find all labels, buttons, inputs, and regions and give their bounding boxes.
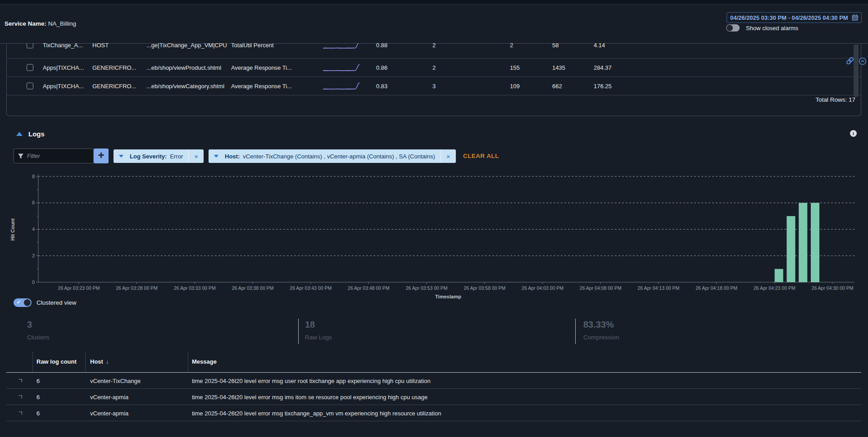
stat-value: 18 [305,320,332,330]
cell-metric: Average Response Ti... [231,83,292,90]
cell-value-4: 1435 [552,64,565,71]
cell-value-2: 2 [432,64,436,71]
scroll-top-icon[interactable] [859,57,867,65]
add-filter-button[interactable]: + [94,149,109,163]
cell-host: vCenter-apmia [90,410,128,416]
log-table-header: Raw log count Host↓ Message [6,351,861,373]
sort-desc-icon[interactable]: ↓ [106,358,109,365]
cell-type: GENERICFRO... [92,64,136,71]
logs-title: Logs [28,130,45,138]
collapse-triangle-icon[interactable] [16,132,23,136]
cell-metric: Average Response Ti... [231,64,292,71]
service-name-label: Service Name: [5,20,46,27]
header-raw-log-count[interactable]: Raw log count [36,351,77,373]
row-checkbox[interactable] [27,43,33,48]
filter-input[interactable] [27,153,86,159]
toggle-knob [727,25,733,31]
stat-label: Raw Logs [305,334,332,341]
show-closed-alarms-label: Show closed alarms [746,25,798,32]
svg-text:26 Apr 03:43 00 PM: 26 Apr 03:43 00 PM [290,285,332,291]
expand-chevron-icon[interactable] [19,395,22,398]
chip-separator [441,150,441,162]
svg-text:26 Apr 04:30 00 PM: 26 Apr 04:30 00 PM [812,285,854,291]
cell-value-1: 0.86 [376,64,387,71]
svg-text:2: 2 [32,253,35,258]
header-message[interactable]: Message [192,351,217,373]
toggle-knob [24,299,31,306]
sparkline-icon [322,62,364,73]
logs-section-header: Logs [16,130,45,138]
svg-text:26 Apr 03:53 00 PM: 26 Apr 03:53 00 PM [406,285,448,291]
svg-text:26 Apr 03:58 00 PM: 26 Apr 03:58 00 PM [464,285,505,291]
date-range-value[interactable]: 04/26/2025 03:30 PM - 04/26/2025 04:30 P… [730,14,848,21]
cell-value-1: 0.83 [376,83,387,90]
svg-text:26 Apr 04:03 00 PM: 26 Apr 04:03 00 PM [522,285,564,291]
calendar-icon[interactable] [852,14,858,21]
stat-compression: 83.33% Compression [583,320,619,341]
column-separator [32,352,33,372]
cell-value-5: 4.14 [594,43,605,48]
svg-text:26 Apr 03:33 00 PM: 26 Apr 03:33 00 PM [174,285,216,291]
cell-value-4: 662 [552,83,562,90]
filter-chip[interactable]: Log Severity: Error × [114,149,204,163]
header-host-label: Host [90,358,103,365]
cell-value-5: 284.37 [594,64,612,71]
svg-text:4: 4 [32,226,35,232]
chip-value: Error [170,153,183,160]
cell-value-2: 3 [432,83,436,90]
column-separator [188,352,188,372]
alarm-table-row: TixChange_A... HOST ...ge|TixChange_App_… [7,43,861,59]
svg-text:Hit Count: Hit Count [10,218,15,241]
date-range-picker[interactable]: 04/26/2025 03:30 PM - 04/26/2025 04:30 P… [727,12,862,23]
svg-text:6: 6 [32,200,35,205]
clustered-view-toggle[interactable]: ✓ [14,298,32,307]
chip-separator [188,150,189,162]
row-checkbox[interactable] [27,64,33,71]
cell-value-3: 109 [510,83,520,90]
chevron-down-icon[interactable] [214,155,218,158]
vertical-scrollbar[interactable] [854,45,859,97]
cell-value-4: 58 [552,43,559,48]
clear-all-button[interactable]: CLEAR ALL [463,153,499,159]
clustered-view-row: ✓ Clustered view [14,298,77,307]
header-host[interactable]: Host↓ [90,351,109,373]
cell-message: time 2025-04-26t20 level error msg tixch… [192,410,441,416]
close-icon[interactable]: × [445,153,452,160]
expand-chevron-icon[interactable] [19,411,22,414]
svg-text:0: 0 [32,279,35,285]
cell-value-1: 0.88 [376,43,387,48]
cell-value-2: 2 [432,43,436,48]
alarm-rows: TixChange_A... HOST ...ge|TixChange_App_… [7,43,861,95]
svg-text:26 Apr 04:08 00 PM: 26 Apr 04:08 00 PM [580,285,622,291]
close-icon[interactable]: × [193,153,200,160]
cell-metric: TotalUtil Percent [231,43,274,48]
sparkline-icon [322,81,364,91]
svg-text:26 Apr 03:48 00 PM: 26 Apr 03:48 00 PM [348,285,390,291]
chip-value: vCenter-TixChange (Contains) , vCenter-a… [243,153,435,160]
cell-path: ...ge|TixChange_App_VM|CPU [146,43,227,48]
total-rows-label: Total Rows: 17 [815,96,855,103]
stat-label: Clusters [27,334,50,341]
svg-text:26 Apr 03:28 00 PM: 26 Apr 03:28 00 PM [116,285,158,291]
log-table-row: 6 vCenter-TixChange time 2025-04-26t20 l… [6,373,861,389]
stat-divider [298,319,299,344]
expand-chevron-icon[interactable] [19,379,22,382]
cell-raw-log-count: 6 [36,377,40,384]
row-checkbox[interactable] [27,83,33,90]
alarm-table-row: Apps|TIXCHA... GENERICFRO... ...eb/shop/… [7,59,861,77]
filter-chip[interactable]: Host: vCenter-TixChange (Contains) , vCe… [209,149,456,163]
link-icon[interactable] [845,56,855,66]
cell-name: Apps|TIXCHA... [43,83,84,90]
show-closed-alarms-toggle[interactable] [726,24,740,32]
log-rows: 6 vCenter-TixChange time 2025-04-26t20 l… [6,373,861,421]
info-icon[interactable]: i [850,130,857,137]
cell-raw-log-count: 6 [36,393,40,400]
cell-value-3: 2 [510,43,513,48]
cell-path: ...eb/shop/viewCategory.shtml [146,83,224,90]
chip-label: Host: [225,153,240,160]
sparkline-icon [322,43,364,50]
log-table-row: 6 vCenter-apmia time 2025-04-26t20 level… [6,389,861,405]
chevron-down-icon[interactable] [119,155,123,158]
log-filter-box[interactable] [14,149,94,163]
svg-text:8: 8 [32,174,35,179]
